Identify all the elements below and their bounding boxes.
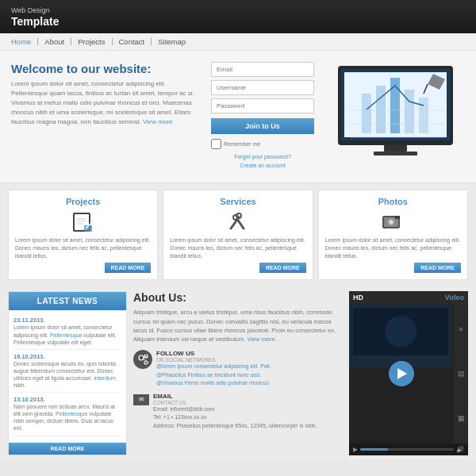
contact-title: EMAIL (153, 393, 317, 400)
social-link-1[interactable]: @lorem ipsum consectetur adipiscing elit… (156, 363, 271, 369)
social-link-3[interactable]: @Vivamus Ferris mollis odio pulvinar rho… (156, 380, 269, 386)
video-sidebar: ≡ ▤ ▦ (454, 304, 468, 443)
svg-rect-7 (419, 98, 428, 133)
news-list: 23.11.2013. Lorem ipsum dolor sit amet, … (9, 310, 126, 439)
feature-box-services: Services Lorem ipsum dolor sit amet, con… (163, 190, 313, 280)
svg-rect-6 (405, 90, 414, 133)
hero-view-more-link[interactable]: View more (143, 118, 173, 125)
features-section: Projects Lorem ipsum dolor sit amet, con… (0, 182, 476, 286)
username-input[interactable] (211, 80, 314, 95)
projects-icon (15, 209, 151, 233)
news-date-2: 16.10.2013. (13, 353, 121, 360)
svg-rect-11 (384, 145, 407, 152)
news-panel: LATEST NEWS 23.11.2013. Lorem ipsum dolo… (8, 291, 127, 455)
news-item-1: 23.11.2013. Lorem ipsum dolor sit amet, … (13, 313, 121, 349)
news-date-3: 13.10.2013. (13, 396, 121, 403)
hd-video-label: Video (445, 294, 464, 301)
photos-icon (325, 209, 461, 233)
video-sidebar-icon-3[interactable]: ▦ (458, 414, 465, 422)
social-icon (133, 350, 152, 369)
volume-icon[interactable]: 🔊 (456, 446, 464, 453)
play-icon (397, 368, 407, 379)
svg-point-39 (385, 316, 416, 347)
hd-badge: HD (353, 294, 363, 301)
video-thumbnail-svg (349, 304, 452, 367)
video-progress-fill (360, 448, 388, 451)
nav-item-projects[interactable]: Projects (71, 38, 112, 46)
header: Web Design Template (0, 0, 476, 33)
password-input[interactable] (211, 98, 314, 113)
news-header: LATEST NEWS (9, 292, 126, 310)
contact-sub: CONTACT US (153, 400, 317, 405)
form-options: Forgot your password? Create an account (211, 152, 314, 170)
svg-point-31 (397, 217, 398, 218)
remember-me-checkbox[interactable] (211, 139, 221, 149)
nav-item-contact[interactable]: Contact (113, 38, 152, 46)
svg-point-34 (144, 361, 148, 364)
about-title: About Us: (133, 291, 343, 304)
news-item-2: 16.10.2013. Donec scelerisque iaculis ex… (13, 350, 121, 393)
join-button[interactable]: Join to Us (211, 118, 314, 134)
about-view-more-link[interactable]: View more... (247, 336, 280, 343)
remember-me-label: Remember me (224, 141, 260, 147)
feature-text-services: Lorem ipsum dolor sit amet, consectetur … (170, 236, 305, 259)
svg-rect-3 (362, 94, 371, 133)
contact-info: EMAIL CONTACT US Email: informit@blib.co… (153, 393, 317, 431)
hero-section: Welcome to our website: Lorem ipsum dolo… (0, 51, 476, 182)
video-progress-bar[interactable] (360, 448, 454, 451)
feature-text-projects: Lorem ipsum dolor sit amet, consectetur … (15, 236, 151, 259)
video-sidebar-icon-1[interactable]: ≡ (459, 325, 463, 333)
hero-left: Welcome to our website: Lorem ipsum dolo… (11, 62, 203, 127)
play-pause-control[interactable]: ▶ (353, 446, 358, 453)
feature-box-photos: Photos Lorem ipsum dolor sit amet, conse… (318, 190, 468, 280)
services-read-more-button[interactable]: READ MORE (259, 263, 306, 273)
news-link-1[interactable]: Pellentesque (50, 332, 82, 338)
svg-rect-4 (376, 86, 386, 133)
svg-rect-12 (374, 152, 417, 155)
services-icon (170, 209, 305, 233)
svg-point-29 (390, 221, 393, 225)
lower-section: LATEST NEWS 23.11.2013. Lorem ipsum dolo… (0, 286, 476, 459)
contact-text: Email: informit@blib.com Tel: +1 • 123xx… (153, 405, 317, 431)
play-button[interactable] (389, 361, 414, 386)
video-controls: ▶ 🔊 (349, 443, 468, 455)
video-screen (349, 304, 454, 443)
contact-block: ✉ EMAIL CONTACT US Email: informit@blib.… (133, 393, 343, 431)
email-icon: ✉ (133, 394, 149, 405)
nav-item-about[interactable]: About (38, 38, 71, 46)
projects-read-more-button[interactable]: READ MORE (105, 263, 152, 273)
news-link-2[interactable]: interdum (94, 375, 116, 381)
about-panel: About Us: Aliquam tristique, arcu a vari… (133, 291, 343, 455)
create-account-link[interactable]: Create an account (240, 163, 285, 168)
monitor-illustration (322, 62, 465, 175)
news-date-1: 23.11.2013. (13, 317, 121, 324)
header-title: Template (11, 15, 59, 29)
navigation: Home About Projects Contact Sitemap (0, 33, 476, 52)
video-panel: HD Video ≡ ▤ ▦ ▶ (349, 291, 468, 455)
forgot-password-link[interactable]: Forgot your password? (234, 154, 291, 159)
nav-item-home[interactable]: Home (11, 38, 38, 46)
news-text-2: Donec scelerisque iaculis ex, quis lobor… (13, 360, 121, 389)
svg-point-25 (233, 215, 238, 220)
social-link-2[interactable]: @Phasellus Finibus an tincidunt nunc sed… (156, 372, 261, 378)
email-input[interactable] (211, 62, 314, 77)
feature-title-projects: Projects (15, 197, 151, 206)
nav-item-sitemap[interactable]: Sitemap (152, 38, 192, 46)
feature-text-photos: Lorem ipsum dolor sit amet, consectetur … (325, 236, 461, 259)
social-block: FOLLOW US ON SOCIAL NETWORKS @lorem ipsu… (133, 350, 343, 388)
login-form: Join to Us Remember me Forgot your passw… (211, 62, 314, 170)
hero-body-text: Lorem ipsum dolor sit amet, consectetur … (11, 79, 203, 127)
social-info: FOLLOW US ON SOCIAL NETWORKS @lorem ipsu… (156, 350, 271, 388)
hero-welcome: Welcome to our website: (11, 62, 203, 75)
photos-read-more-button[interactable]: READ MORE (414, 263, 461, 273)
social-links: @lorem ipsum consectetur adipiscing elit… (156, 363, 271, 388)
social-sub: ON SOCIAL NETWORKS (156, 357, 271, 363)
video-sidebar-icon-2[interactable]: ▤ (458, 370, 465, 378)
header-subtitle: Web Design (11, 6, 59, 15)
remember-me-row: Remember me (211, 139, 314, 149)
video-top-bar: HD Video (349, 291, 468, 304)
news-read-more-button[interactable]: READ MORE (9, 443, 126, 455)
feature-title-photos: Photos (325, 197, 461, 206)
feature-title-services: Services (170, 197, 305, 206)
news-link-3[interactable]: Pellentesque (56, 411, 87, 416)
